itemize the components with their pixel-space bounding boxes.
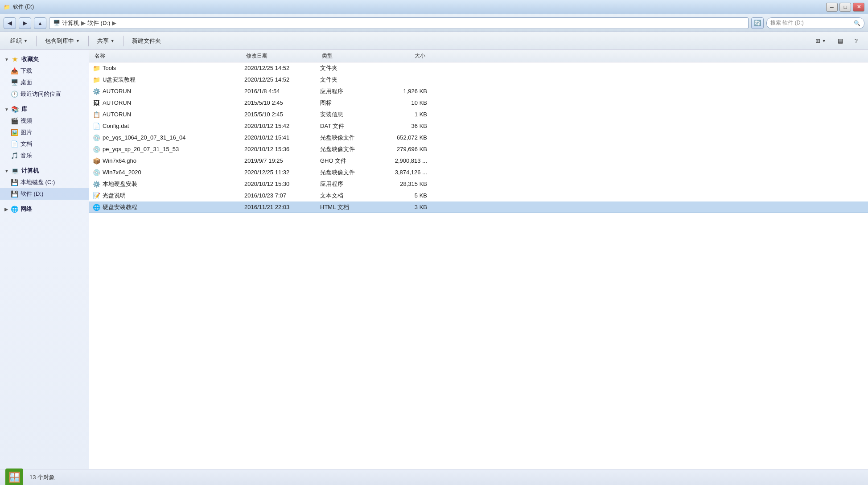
view-icon: ⊞ <box>815 37 820 44</box>
share-button[interactable]: 共享 ▼ <box>92 35 119 47</box>
col-header-size[interactable]: 大小 <box>374 52 427 60</box>
table-row[interactable]: 💿 pe_yqs_1064_20_07_31_16_04 2020/10/12 … <box>89 132 868 144</box>
file-size-cell: 28,315 KB <box>374 181 427 187</box>
music-label: 音乐 <box>21 152 32 160</box>
file-name-cell: ⚙️ AUTORUN <box>93 88 244 95</box>
table-row[interactable]: 📁 Tools 2020/12/25 14:52 文件夹 <box>89 62 868 74</box>
local-c-icon: 💾 <box>11 179 18 186</box>
title-bar: 📁 软件 (D:) ─ □ ✕ <box>0 0 868 14</box>
breadcrumb-sep1: ▶ <box>81 20 86 26</box>
table-row[interactable]: ⚙️ 本地硬盘安装 2020/10/12 15:30 应用程序 28,315 K… <box>89 178 868 190</box>
file-type-cell: 安装信息 <box>320 111 374 119</box>
file-icon: ⚙️ <box>93 181 100 188</box>
local-c-label: 本地磁盘 (C:) <box>21 178 55 186</box>
network-header[interactable]: ▶ 🌐 网络 <box>0 203 89 215</box>
sidebar-item-recent[interactable]: 🕐 最近访问的位置 <box>0 88 89 100</box>
table-row[interactable]: 🖼 AUTORUN 2015/5/10 2:45 图标 10 KB <box>89 97 868 109</box>
sidebar-item-download[interactable]: 📥 下载 <box>0 65 89 77</box>
search-bar[interactable]: 搜索 软件 (D:) 🔍 <box>766 17 864 29</box>
file-name-text: Win7x64.gho <box>103 157 136 164</box>
table-row[interactable]: 📝 光盘说明 2016/10/23 7:07 文本文档 5 KB <box>89 190 868 201</box>
table-row[interactable]: 💿 Win7x64_2020 2020/12/25 11:32 光盘映像文件 3… <box>89 167 868 178</box>
breadcrumb[interactable]: 🖥️ 计算机 ▶ 软件 (D:) ▶ <box>49 17 749 29</box>
forward-button[interactable]: ▶ <box>19 17 31 29</box>
file-type-cell: HTML 文档 <box>320 203 374 211</box>
table-row[interactable]: 📦 Win7x64.gho 2019/9/7 19:25 GHO 文件 2,90… <box>89 155 868 167</box>
share-chevron: ▼ <box>111 39 115 43</box>
network-expand: ▶ <box>4 207 8 212</box>
library-label: 库 <box>21 105 27 113</box>
sidebar-item-doc[interactable]: 📄 文档 <box>0 138 89 150</box>
computer-header[interactable]: ▼ 💻 计算机 <box>0 165 89 177</box>
view-toggle-button[interactable]: ⊞ ▼ <box>810 35 831 47</box>
table-row[interactable]: 📋 AUTORUN 2015/5/10 2:45 安装信息 1 KB <box>89 109 868 120</box>
doc-label: 文档 <box>21 140 32 148</box>
search-placeholder: 搜索 软件 (D:) <box>770 19 804 27</box>
favorites-header[interactable]: ▼ ★ 收藏夹 <box>0 53 89 65</box>
col-header-type[interactable]: 类型 <box>320 52 374 60</box>
up-button[interactable]: ▲ <box>34 17 46 29</box>
download-icon: 📥 <box>11 67 18 74</box>
file-type-cell: 应用程序 <box>320 87 374 95</box>
sidebar-item-desktop[interactable]: 🖥️ 桌面 <box>0 77 89 88</box>
doc-icon: 📄 <box>11 140 18 148</box>
file-name-text: pe_yqs_1064_20_07_31_16_04 <box>103 134 186 141</box>
close-button[interactable]: ✕ <box>853 3 864 12</box>
col-header-name[interactable]: 名称 <box>93 52 244 60</box>
back-button[interactable]: ◀ <box>4 17 16 29</box>
status-count: 13 个对象 <box>29 473 55 481</box>
organize-button[interactable]: 组织 ▼ <box>5 35 33 47</box>
preview-pane-button[interactable]: ▤ <box>833 35 848 47</box>
video-icon: 🎬 <box>11 117 18 124</box>
network-label: 网络 <box>21 205 32 213</box>
toolbar-sep2 <box>88 36 89 46</box>
table-row[interactable]: 📁 U盘安装教程 2020/12/25 14:52 文件夹 <box>89 74 868 86</box>
file-date-cell: 2020/12/25 11:32 <box>244 169 320 176</box>
file-date-cell: 2015/5/10 2:45 <box>244 99 320 106</box>
file-icon: 📁 <box>93 76 100 83</box>
soft-d-icon: 💾 <box>11 190 18 197</box>
image-label: 图片 <box>21 128 32 136</box>
help-icon: ? <box>855 37 858 44</box>
file-size-cell: 652,072 KB <box>374 134 427 141</box>
table-row[interactable]: ⚙️ AUTORUN 2016/1/8 4:54 应用程序 1,926 KB <box>89 86 868 97</box>
refresh-button[interactable]: 🔄 <box>751 17 764 29</box>
file-size-cell: 36 KB <box>374 123 427 129</box>
help-button[interactable]: ? <box>850 35 863 47</box>
new-folder-button[interactable]: 新建文件夹 <box>127 35 166 47</box>
library-icon: 📚 <box>12 106 19 113</box>
computer-expand: ▼ <box>4 169 9 173</box>
maximize-button[interactable]: □ <box>839 3 851 12</box>
search-icon[interactable]: 🔍 <box>854 20 860 26</box>
table-row[interactable]: 🌐 硬盘安装教程 2016/11/21 22:03 HTML 文档 3 KB <box>89 201 868 213</box>
sidebar-item-local-c[interactable]: 💾 本地磁盘 (C:) <box>0 177 89 188</box>
minimize-button[interactable]: ─ <box>826 3 838 12</box>
file-name-cell: 💿 pe_yqs_1064_20_07_31_16_04 <box>93 134 244 141</box>
breadcrumb-drive[interactable]: 软件 (D:) <box>87 19 110 27</box>
file-date-cell: 2020/10/12 15:36 <box>244 146 320 152</box>
file-date-cell: 2019/9/7 19:25 <box>244 157 320 164</box>
file-name-text: AUTORUN <box>103 88 131 95</box>
table-row[interactable]: 💿 pe_yqs_xp_20_07_31_15_53 2020/10/12 15… <box>89 144 868 155</box>
sidebar-item-music[interactable]: 🎵 音乐 <box>0 150 89 161</box>
file-icon: 🖼 <box>93 99 100 107</box>
include-library-button[interactable]: 包含到库中 ▼ <box>40 35 85 47</box>
library-header[interactable]: ▼ 📚 库 <box>0 103 89 115</box>
file-icon: ⚙️ <box>93 88 100 95</box>
file-type-cell: DAT 文件 <box>320 122 374 130</box>
breadcrumb-computer[interactable]: 计算机 <box>62 19 79 27</box>
file-name-cell: 🖼 AUTORUN <box>93 99 244 107</box>
file-name-cell: 🌐 硬盘安装教程 <box>93 203 244 211</box>
file-date-cell: 2020/12/25 14:52 <box>244 65 320 71</box>
window-title: 软件 (D:) <box>13 3 34 11</box>
sidebar-item-soft-d[interactable]: 💾 软件 (D:) <box>0 188 89 200</box>
file-name-cell: 💿 pe_yqs_xp_20_07_31_15_53 <box>93 146 244 153</box>
col-header-date[interactable]: 修改日期 <box>244 52 320 60</box>
file-name-cell: ⚙️ 本地硬盘安装 <box>93 180 244 188</box>
sidebar-item-image[interactable]: 🖼️ 图片 <box>0 127 89 138</box>
sidebar-item-video[interactable]: 🎬 视频 <box>0 115 89 127</box>
file-icon: 📋 <box>93 111 100 118</box>
table-row[interactable]: 📄 Config.dat 2020/10/12 15:42 DAT 文件 36 … <box>89 120 868 132</box>
file-type-cell: 光盘映像文件 <box>320 145 374 153</box>
file-name-cell: 💿 Win7x64_2020 <box>93 169 244 176</box>
